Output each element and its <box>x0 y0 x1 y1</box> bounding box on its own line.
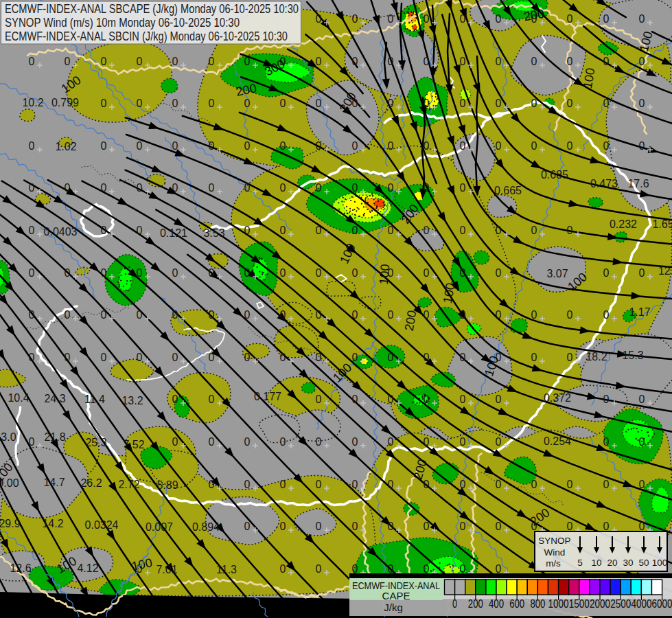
svg-text:0: 0 <box>244 225 251 236</box>
svg-text:0: 0 <box>496 309 502 321</box>
svg-text:0: 0 <box>29 436 35 448</box>
svg-text:0: 0 <box>567 352 573 363</box>
svg-text:0: 0 <box>531 309 537 321</box>
svg-text:7.01: 7.01 <box>156 564 177 575</box>
svg-text:0: 0 <box>603 140 610 152</box>
svg-text:0: 0 <box>137 182 143 194</box>
svg-text:0: 0 <box>352 182 358 194</box>
svg-text:0: 0 <box>65 182 71 194</box>
svg-text:0: 0 <box>280 309 286 321</box>
svg-text:0: 0 <box>639 520 645 532</box>
svg-text:0: 0 <box>460 267 466 279</box>
svg-text:14.7: 14.7 <box>43 477 65 488</box>
svg-text:1000: 1000 <box>548 598 569 610</box>
svg-text:1500: 1500 <box>569 598 590 610</box>
svg-text:0: 0 <box>316 56 322 67</box>
svg-text:0: 0 <box>209 56 215 67</box>
svg-text:0: 0 <box>316 352 322 363</box>
svg-text:2.72: 2.72 <box>118 479 139 490</box>
svg-text:0: 0 <box>316 267 322 279</box>
svg-text:0: 0 <box>65 352 71 363</box>
svg-text:0: 0 <box>172 352 178 363</box>
svg-text:7.52: 7.52 <box>123 439 144 450</box>
svg-text:0: 0 <box>424 309 430 321</box>
svg-text:0: 0 <box>460 563 466 575</box>
svg-text:0.473: 0.473 <box>590 178 618 190</box>
svg-text:0: 0 <box>424 352 430 363</box>
svg-text:0: 0 <box>101 182 107 194</box>
svg-text:100: 100 <box>652 558 668 568</box>
svg-text:0: 0 <box>388 563 394 575</box>
svg-text:ECMWF-INDEX-ANAL SBCAPE (J/kg): ECMWF-INDEX-ANAL SBCAPE (J/kg) Monday 06… <box>5 2 299 16</box>
svg-text:0: 0 <box>316 140 322 152</box>
svg-text:0: 0 <box>244 520 251 532</box>
svg-text:0: 0 <box>603 98 610 109</box>
svg-text:0: 0 <box>280 352 286 363</box>
svg-text:0: 0 <box>639 13 645 25</box>
svg-text:800: 800 <box>530 598 545 610</box>
svg-text:0: 0 <box>424 225 430 236</box>
svg-text:0: 0 <box>460 13 466 25</box>
svg-text:0: 0 <box>244 479 251 490</box>
svg-text:0.799: 0.799 <box>51 97 79 108</box>
svg-text:0: 0 <box>603 393 610 405</box>
svg-text:0: 0 <box>65 309 71 321</box>
svg-text:0: 0 <box>137 225 143 236</box>
svg-text:13.0: 13.0 <box>0 431 16 443</box>
svg-text:0: 0 <box>388 352 394 363</box>
svg-text:5.89: 5.89 <box>157 479 178 491</box>
svg-text:0: 0 <box>65 267 71 279</box>
svg-text:0: 0 <box>496 225 502 236</box>
svg-text:4.12: 4.12 <box>77 562 98 574</box>
svg-text:0: 0 <box>316 13 322 25</box>
svg-text:30: 30 <box>623 558 633 568</box>
svg-text:1.17: 1.17 <box>629 306 650 318</box>
svg-text:29.9: 29.9 <box>0 518 21 529</box>
svg-text:0: 0 <box>209 140 215 152</box>
svg-text:0: 0 <box>209 98 215 109</box>
svg-text:15.3: 15.3 <box>622 350 643 361</box>
svg-text:SYNOP Wind (m/s) 10m Monday 06: SYNOP Wind (m/s) 10m Monday 06-10-2025 1… <box>5 16 240 30</box>
svg-text:0: 0 <box>496 479 502 490</box>
svg-text:0: 0 <box>29 267 35 279</box>
svg-text:600: 600 <box>509 598 524 610</box>
svg-text:0: 0 <box>172 309 178 321</box>
svg-text:0: 0 <box>244 56 251 67</box>
svg-text:0: 0 <box>388 140 394 152</box>
svg-text:0: 0 <box>424 563 430 575</box>
svg-text:0: 0 <box>280 267 286 279</box>
svg-text:0: 0 <box>29 225 35 236</box>
svg-text:0: 0 <box>531 56 537 67</box>
svg-text:6000: 6000 <box>652 598 672 610</box>
svg-text:0: 0 <box>460 520 466 532</box>
svg-text:0: 0 <box>101 267 107 279</box>
svg-text:0: 0 <box>424 98 430 109</box>
svg-text:0.0324: 0.0324 <box>85 519 119 531</box>
svg-text:10.4: 10.4 <box>8 392 29 404</box>
svg-text:12.: 12. <box>658 265 672 277</box>
svg-text:0: 0 <box>280 98 286 109</box>
svg-text:0: 0 <box>244 436 251 448</box>
svg-text:0: 0 <box>424 140 430 152</box>
svg-text:1.02: 1.02 <box>55 141 76 152</box>
svg-text:0: 0 <box>209 309 215 321</box>
svg-text:0: 0 <box>280 182 286 194</box>
svg-text:0: 0 <box>388 182 394 194</box>
svg-text:0: 0 <box>172 140 178 152</box>
svg-text:0: 0 <box>352 225 358 236</box>
svg-text:0: 0 <box>244 140 251 152</box>
svg-text:0: 0 <box>496 13 502 25</box>
svg-text:0: 0 <box>137 56 143 67</box>
svg-text:0: 0 <box>639 267 645 279</box>
svg-text:0: 0 <box>496 140 502 152</box>
svg-text:0: 0 <box>496 520 502 532</box>
svg-text:0: 0 <box>29 352 35 363</box>
svg-text:0: 0 <box>639 436 645 448</box>
svg-text:0: 0 <box>639 393 645 405</box>
svg-text:0: 0 <box>639 479 645 490</box>
svg-text:20: 20 <box>607 558 617 568</box>
svg-text:0: 0 <box>352 393 358 405</box>
svg-text:0: 0 <box>352 563 358 575</box>
svg-text:0: 0 <box>137 309 143 321</box>
svg-text:0.121: 0.121 <box>160 227 187 239</box>
